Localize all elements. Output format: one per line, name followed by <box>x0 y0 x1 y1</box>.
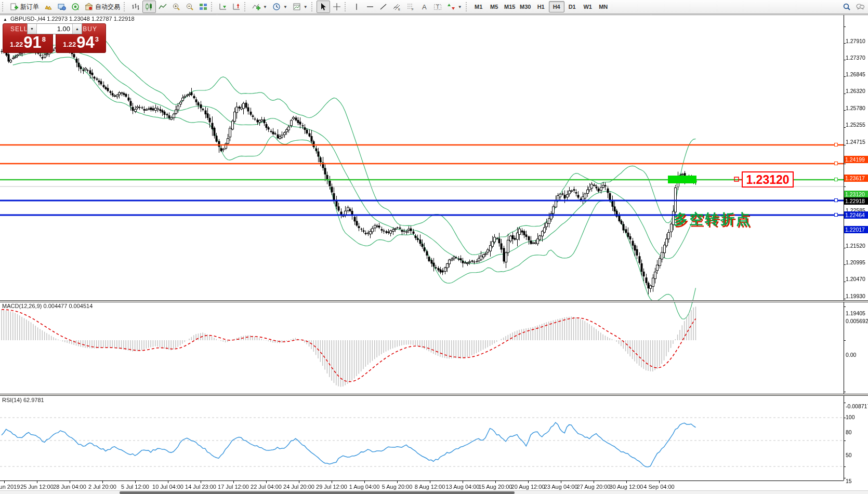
indicators-button[interactable]: ▼ <box>249 1 270 13</box>
panel-separator[interactable] <box>0 300 868 302</box>
buy-label: BUY <box>83 25 97 33</box>
axis-tick-label: 80 <box>846 429 868 436</box>
new-order-button[interactable]: 新订单 <box>7 1 42 13</box>
axis-tick-label: 1.27370 <box>846 54 868 61</box>
volume-increase-button[interactable]: ▲ <box>73 24 82 34</box>
toolbar-grip <box>2 2 6 11</box>
cursor-button[interactable] <box>317 1 330 13</box>
bar-chart-button[interactable] <box>129 1 142 13</box>
timeframe-mn[interactable]: MN <box>596 1 611 12</box>
search-button[interactable] <box>840 1 853 13</box>
axis-tick-label: 100 <box>846 413 868 421</box>
terminal-button[interactable] <box>55 1 69 13</box>
timeframe-h1[interactable]: H1 <box>533 1 549 12</box>
chart-canvas[interactable] <box>0 15 868 494</box>
crosshair-icon <box>333 3 341 11</box>
fibonacci-button[interactable]: F <box>404 1 417 13</box>
signal-icon <box>71 3 80 11</box>
zoom-out-button[interactable] <box>183 1 196 13</box>
candlestick-chart-button[interactable] <box>142 1 156 13</box>
line-chart-button[interactable] <box>156 1 169 13</box>
timeframe-h4[interactable]: H4 <box>549 1 564 12</box>
chart-window: ▲ GBPUSD-,H4 1.22973 1.23048 1.22787 1.2… <box>0 15 868 494</box>
axis-tick-label: 1.20470 <box>846 275 868 283</box>
svg-text:A: A <box>422 3 427 11</box>
axis-tick-label: 1.19405 <box>846 310 868 317</box>
signal-button[interactable] <box>69 1 82 13</box>
toolbar-grip <box>345 2 348 11</box>
axis-tick-label: 50 <box>846 451 868 459</box>
price-tag: 1.22464 <box>844 211 868 219</box>
tile-windows-icon <box>199 3 207 11</box>
price-callout-box[interactable]: 1.23120 <box>742 171 794 188</box>
periods-button[interactable]: ▼ <box>270 1 290 13</box>
cursor-icon <box>319 3 327 11</box>
volume-input[interactable] <box>37 24 72 34</box>
one-click-trading-panel: SELL 1.22 91 8 BUY 1.22 94 3 ▼ <box>3 23 106 53</box>
vertical-line-icon <box>352 3 361 11</box>
dropdown-caret-icon: ▼ <box>458 5 462 9</box>
price-tag: 1.23617 <box>844 175 868 182</box>
arrows-button[interactable]: ▼ <box>444 1 465 13</box>
window-marker-icon: ▲ <box>3 17 7 22</box>
sell-price: 1.22 91 8 <box>3 35 52 50</box>
arrows-icon <box>447 3 455 11</box>
price-tag: 1.22918 <box>844 197 868 205</box>
terminal-icon <box>58 3 66 11</box>
price-tag: 1.23120 <box>844 191 868 198</box>
chat-button[interactable] <box>853 1 867 13</box>
axis-tick-label: 1.25255 <box>846 121 868 128</box>
svg-text:E: E <box>398 8 400 11</box>
buy-price: 1.22 94 3 <box>56 35 106 50</box>
axis-tick-label: 1.20995 <box>846 259 868 266</box>
fibonacci-icon: F <box>406 3 415 11</box>
auto-trading-button[interactable]: 自动交易 <box>82 1 123 13</box>
zoom-in-icon <box>172 3 180 11</box>
text-label-icon: T <box>433 3 442 11</box>
scrollbar-thumb[interactable] <box>120 491 515 494</box>
gold-button[interactable] <box>42 1 55 13</box>
axis-tick-label: 1.19930 <box>846 292 868 300</box>
text-button[interactable]: A <box>417 1 431 13</box>
auto-scroll-button[interactable] <box>216 1 230 13</box>
horizontal-scrollbar[interactable] <box>0 490 868 494</box>
buy-price-prefix: 1.22 <box>63 41 76 48</box>
toolbar-grip <box>244 2 248 11</box>
axis-tick-label: 1.27910 <box>846 37 868 45</box>
dropdown-caret-icon: ▼ <box>283 5 287 9</box>
axis-tick-label: 15 <box>846 477 868 485</box>
text-label-button[interactable]: T <box>431 1 444 13</box>
symbol-ohlc-header: ▲ GBPUSD-,H4 1.22973 1.23048 1.22787 1.2… <box>3 16 135 22</box>
trendline-button[interactable] <box>377 1 390 13</box>
sell-label: SELL <box>10 25 28 33</box>
timeframe-m15[interactable]: M15 <box>502 1 518 12</box>
line-chart-icon <box>159 3 167 11</box>
equidistant-channel-icon: E <box>393 3 401 11</box>
main-toolbar: 新订单 自动交易 <box>0 0 868 14</box>
equidistant-channel-button[interactable]: E <box>390 1 404 13</box>
crosshair-button[interactable] <box>330 1 344 13</box>
horizontal-line-button[interactable] <box>363 1 377 13</box>
search-icon <box>843 3 851 11</box>
volume-decrease-button[interactable]: ▼ <box>28 24 36 34</box>
timeframe-m5[interactable]: M5 <box>486 1 502 12</box>
zoom-in-button[interactable] <box>169 1 183 13</box>
buy-price-sup: 3 <box>95 35 99 43</box>
dropdown-caret-icon: ▼ <box>263 5 267 9</box>
panel-separator[interactable] <box>0 394 868 396</box>
symbol-ohlc-text: GBPUSD-,H4 1.22973 1.23048 1.22787 1.229… <box>10 16 135 22</box>
tile-windows-button[interactable] <box>196 1 210 13</box>
timeframe-d1[interactable]: D1 <box>564 1 580 12</box>
timeframe-m30[interactable]: M30 <box>518 1 533 12</box>
templates-button[interactable]: ▼ <box>290 1 310 13</box>
toolbar-grip <box>466 2 469 11</box>
mt4-window: 新订单 自动交易 <box>0 0 868 494</box>
timeframe-w1[interactable]: W1 <box>580 1 596 12</box>
chart-shift-button[interactable] <box>230 1 243 13</box>
gold-icon <box>44 3 52 11</box>
vertical-line-button[interactable] <box>350 1 363 13</box>
axis-tick-label: 1.21520 <box>846 242 868 249</box>
zoom-out-icon <box>186 3 194 11</box>
clock-icon <box>272 3 281 11</box>
timeframe-m1[interactable]: M1 <box>471 1 486 12</box>
